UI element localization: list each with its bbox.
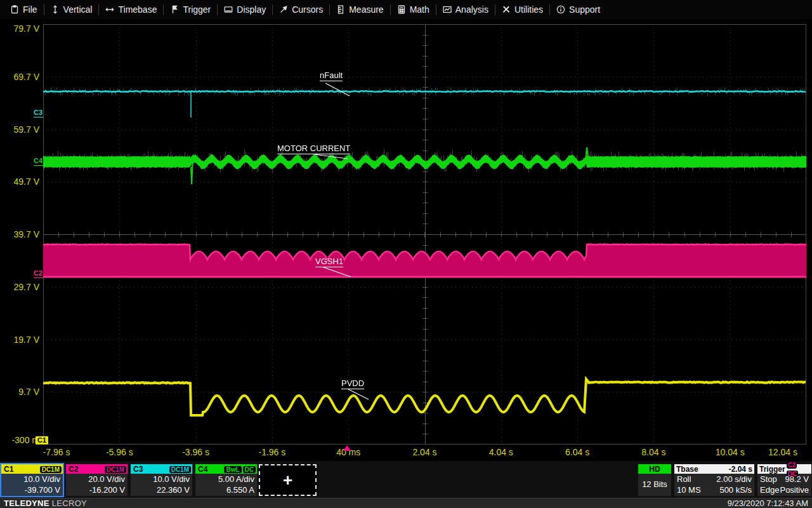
menu-item-math[interactable]: Math	[391, 0, 436, 19]
menu-item-label: Utilities	[514, 4, 543, 15]
trigger-title: Trigger	[759, 465, 785, 474]
channel-descriptor-c3[interactable]: C3DC1M10.0 V/div22.360 V	[131, 464, 192, 496]
coupling-badge: DC1M	[105, 466, 126, 473]
trace-label-pvdd[interactable]: PVDD	[341, 379, 364, 389]
trigger-state: Stop	[760, 474, 777, 485]
coupling-badge: DC1M	[40, 466, 62, 473]
trigger-level: 98.2 V	[785, 474, 809, 485]
hd-mode-box[interactable]: HD 12 Bits	[638, 464, 671, 496]
trigger-descriptor-box[interactable]: Trigger C2 DC Stop 98.2 V Edge Positive	[757, 464, 811, 496]
menu-item-label: Trigger	[183, 4, 211, 15]
channel-offset: 6.550 A	[195, 485, 257, 495]
tbase-samples: 10 MS	[677, 485, 701, 495]
menu-item-label: Display	[237, 4, 266, 15]
menu-item-label: File	[23, 4, 37, 15]
trace-label-vgsh1[interactable]: VGSH1	[315, 257, 343, 267]
channel-marker-c3[interactable]: C3	[34, 109, 43, 117]
channel-id: C2	[69, 465, 78, 474]
menu-item-support[interactable]: Support	[550, 0, 606, 19]
menu-item-label: Analysis	[455, 4, 488, 15]
plus-icon: +	[283, 471, 292, 490]
teledyne-lecroy-logo: TELEDYNELECROY	[4, 498, 87, 508]
measure-icon	[336, 5, 345, 14]
coupling-badge: DC	[243, 466, 256, 473]
channel-descriptor-c1[interactable]: C1DC1M10.0 V/div-39.700 V	[1, 464, 63, 496]
y-axis-tick-label: -300 m	[0, 434, 39, 446]
y-axis-tick-label: 69.7 V	[0, 71, 39, 83]
channel-descriptor-c2[interactable]: C2DC1M20.0 V/div-16.200 V	[66, 464, 128, 496]
trigger-position-marker[interactable]	[343, 445, 351, 451]
channel-id: C4	[198, 465, 207, 474]
menu-item-label: Math	[410, 4, 429, 15]
menu-item-label: Measure	[349, 4, 383, 15]
trace-label-nfault[interactable]: nFault	[320, 71, 343, 81]
tbase-delay: -2.04 s	[729, 465, 752, 474]
y-axis-tick-label: 9.7 V	[0, 386, 39, 398]
trigger-source-badge: C2	[787, 462, 797, 469]
vertical-icon	[51, 5, 60, 14]
channel-marker-c4[interactable]: C4	[34, 157, 43, 166]
y-axis-tick-label: 19.7 V	[0, 334, 39, 345]
file-icon	[10, 5, 19, 14]
trigger-type: Edge	[760, 485, 779, 495]
menu-item-measure[interactable]: Measure	[330, 0, 390, 19]
waveform-grid-area: 79.7 V69.7 V59.7 V49.7 V39.7 V29.7 V19.7…	[0, 19, 812, 461]
menu-item-label: Support	[569, 4, 600, 15]
x-axis-tick-label: -7.96 s	[25, 446, 88, 458]
channel-scale: 10.0 V/div	[131, 474, 192, 485]
tbase-mode: Roll	[677, 474, 691, 485]
cursors-icon	[279, 5, 288, 14]
menu-bar: FileVerticalTimebaseTriggerDisplayCursor…	[0, 0, 812, 19]
channel-descriptor-c4[interactable]: C4BwLDC5.00 A/div6.550 A	[195, 464, 257, 496]
analysis-icon	[443, 5, 452, 14]
menu-item-vertical[interactable]: Vertical	[44, 0, 99, 19]
coupling-badge: DC1M	[169, 466, 191, 473]
x-axis-tick-label: 2.04 s	[393, 446, 457, 458]
menu-item-trigger[interactable]: Trigger	[164, 0, 217, 19]
channel-scale: 5.00 A/div	[195, 474, 257, 485]
channel-marker-c2[interactable]: C2	[34, 269, 43, 278]
menu-item-label: Cursors	[292, 4, 323, 15]
y-axis-tick-label: 79.7 V	[0, 23, 39, 34]
menu-item-file[interactable]: File	[4, 0, 44, 19]
channel-scale: 10.0 V/div	[1, 474, 63, 485]
tbase-samplerate: 500 kS/s	[719, 485, 752, 495]
add-trace-button[interactable]: +	[259, 464, 317, 496]
x-axis-tick-label: 12.04 s	[751, 446, 812, 458]
trace-label-motor-current[interactable]: MOTOR CURRENT	[277, 144, 350, 154]
menu-item-display[interactable]: Display	[218, 0, 272, 19]
trigger-icon	[170, 5, 179, 14]
x-axis-tick-label: 6.04 s	[546, 446, 609, 458]
descriptor-panel: C1DC1M10.0 V/div-39.700 VC2DC1M20.0 V/di…	[0, 461, 812, 498]
channel-offset: -39.700 V	[1, 485, 63, 495]
status-bar: TELEDYNELECROY 9/23/2020 7:12:43 AM	[0, 498, 812, 508]
x-axis-tick-label: 8.04 s	[622, 446, 685, 458]
channel-scale: 20.0 V/div	[66, 474, 128, 485]
y-axis-tick-label: 39.7 V	[0, 229, 39, 240]
channel-offset: 22.360 V	[131, 485, 192, 495]
x-axis-tick-label: -5.96 s	[88, 446, 151, 458]
channel-marker-c1[interactable]: C1	[36, 436, 48, 444]
hd-label: HD	[638, 464, 671, 474]
utilities-icon	[502, 5, 511, 14]
menu-item-cursors[interactable]: Cursors	[273, 0, 329, 19]
timebase-icon	[105, 5, 114, 14]
menu-item-timebase[interactable]: Timebase	[99, 0, 163, 19]
menu-item-utilities[interactable]: Utilities	[495, 0, 549, 19]
x-axis-tick-label: -1.96 s	[240, 446, 304, 458]
menu-item-label: Timebase	[118, 4, 157, 15]
trigger-slope: Positive	[780, 485, 809, 495]
waveform-display[interactable]	[43, 24, 806, 444]
oscilloscope-screen: FileVerticalTimebaseTriggerDisplayCursor…	[0, 0, 812, 508]
channel-id: C1	[4, 465, 13, 474]
tbase-scale: 2.00 s/div	[716, 474, 752, 485]
math-icon	[397, 5, 406, 14]
channel-offset: -16.200 V	[66, 485, 128, 495]
y-axis-tick-label: 49.7 V	[0, 176, 39, 187]
menu-item-analysis[interactable]: Analysis	[436, 0, 495, 19]
channel-id: C3	[133, 465, 143, 474]
timebase-descriptor-box[interactable]: Tbase -2.04 s Roll 2.00 s/div 10 MS 500 …	[674, 464, 754, 496]
x-axis-tick-label: -3.96 s	[164, 446, 228, 458]
menu-item-label: Vertical	[63, 4, 93, 15]
support-icon	[556, 5, 565, 14]
